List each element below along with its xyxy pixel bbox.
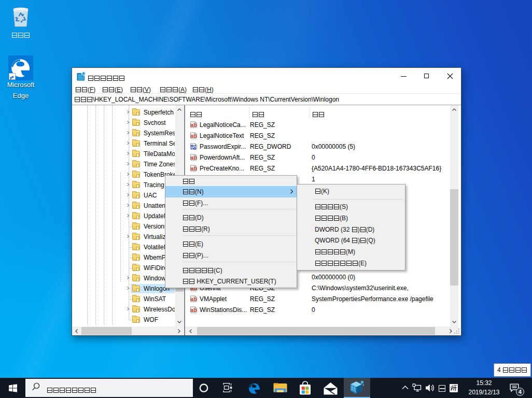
svg-text:ab: ab: [191, 296, 197, 302]
svg-text:ab: ab: [191, 165, 197, 171]
svg-text:ab: ab: [191, 133, 197, 138]
svg-text:ab: ab: [191, 154, 197, 160]
svg-text:ab: ab: [191, 307, 197, 312]
svg-text:ab: ab: [191, 122, 197, 127]
